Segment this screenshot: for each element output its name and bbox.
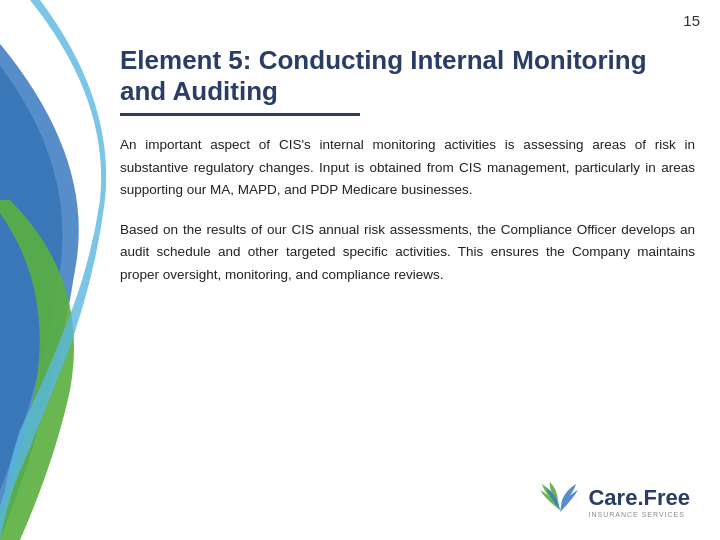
logo-icon — [536, 482, 584, 520]
logo-care: Care. — [588, 485, 643, 511]
slide-container: 15 Element 5: Conducting Internal Monito… — [0, 0, 720, 540]
title-section: Element 5: Conducting Internal Monitorin… — [120, 45, 695, 116]
paragraph-2: Based on the results of our CIS annual r… — [120, 219, 695, 286]
title-underline — [120, 113, 360, 116]
logo-area: Care. Free INSURANCE SERVICES — [536, 482, 690, 520]
title-main: Element 5: Conducting Internal — [120, 45, 504, 76]
title-monitoring: Monitoring — [512, 45, 646, 76]
paragraph-1: An important aspect of CIS's internal mo… — [120, 134, 695, 201]
left-decoration — [0, 0, 110, 540]
page-number: 15 — [683, 12, 700, 29]
logo-text-block: Care. Free INSURANCE SERVICES — [588, 485, 690, 518]
title-line2: and Auditing — [120, 76, 695, 107]
logo-free: Free — [644, 485, 690, 511]
content-area: Element 5: Conducting Internal Monitorin… — [120, 45, 695, 520]
logo-subtext: INSURANCE SERVICES — [588, 511, 690, 518]
